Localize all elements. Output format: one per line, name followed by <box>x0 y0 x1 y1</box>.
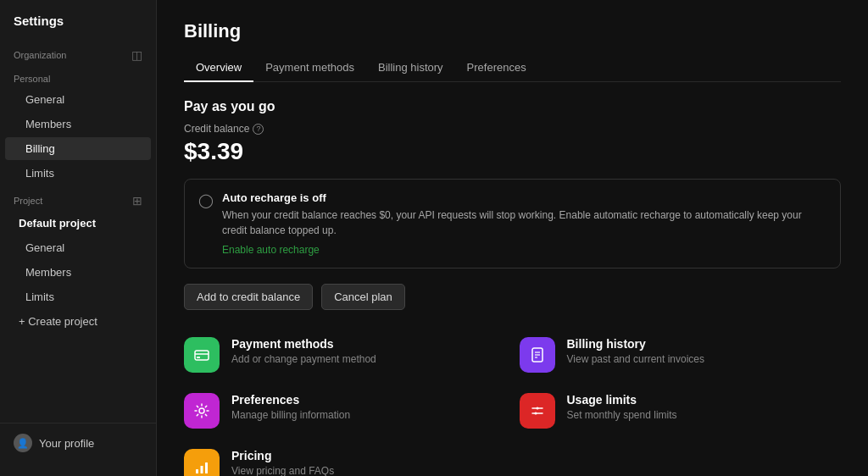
billing-history-desc: View past and current invoices <box>567 353 705 365</box>
page-title: Billing <box>184 20 841 42</box>
pricing-desc: View pricing and FAQs <box>231 465 334 476</box>
info-icon: ? <box>253 124 264 135</box>
sidebar: Settings Organization ◫ Personal General… <box>0 0 157 476</box>
usage-limits-title: Usage limits <box>567 393 677 407</box>
payment-methods-title: Payment methods <box>231 337 376 351</box>
preferences-title: Preferences <box>231 393 350 407</box>
sidebar-item-members-personal[interactable]: Members <box>5 113 151 136</box>
organization-label: Organization <box>14 50 66 60</box>
project-icon: ⊞ <box>132 194 142 208</box>
sidebar-item-general-project[interactable]: General <box>5 236 151 259</box>
action-buttons: Add to credit balance Cancel plan <box>184 284 841 310</box>
organization-icon: ◫ <box>131 48 142 62</box>
section-title: Pay as you go <box>184 99 841 114</box>
tab-billing-history[interactable]: Billing history <box>366 54 455 82</box>
sidebar-item-members-project[interactable]: Members <box>5 261 151 284</box>
tab-bar: Overview Payment methods Billing history… <box>184 54 841 82</box>
sidebar-item-billing[interactable]: Billing <box>5 137 151 160</box>
billing-history-icon <box>520 337 555 373</box>
preferences-icon <box>184 393 220 429</box>
sidebar-item-limits-personal[interactable]: Limits <box>5 162 151 185</box>
alert-text: When your credit balance reaches $0, you… <box>222 208 826 238</box>
tab-preferences[interactable]: Preferences <box>455 54 538 82</box>
alert-icon: ◯ <box>198 192 214 208</box>
sidebar-item-general-personal[interactable]: General <box>5 88 151 111</box>
pricing-text: Pricing View pricing and FAQs <box>231 449 334 476</box>
main-content: Billing Overview Payment methods Billing… <box>157 0 868 476</box>
tab-overview[interactable]: Overview <box>184 54 253 82</box>
sidebar-item-limits-project[interactable]: Limits <box>5 285 151 308</box>
card-payment-methods[interactable]: Payment methods Add or change payment me… <box>184 334 506 376</box>
create-project-button[interactable]: + Create project <box>5 310 151 333</box>
credit-amount: $3.39 <box>184 138 841 165</box>
usage-limits-desc: Set monthly spend limits <box>567 409 677 421</box>
payment-methods-text: Payment methods Add or change payment me… <box>231 337 376 365</box>
avatar: 👤 <box>14 434 32 452</box>
alert-box: ◯ Auto recharge is off When your credit … <box>184 179 841 268</box>
sidebar-title: Settings <box>0 14 156 40</box>
payment-methods-icon <box>184 337 220 373</box>
svg-rect-0 <box>195 351 209 360</box>
svg-rect-2 <box>197 357 200 358</box>
project-label: Project <box>14 196 42 206</box>
card-preferences[interactable]: Preferences Manage billing information <box>184 390 506 432</box>
enable-auto-recharge-link[interactable]: Enable auto recharge <box>222 244 320 256</box>
preferences-text: Preferences Manage billing information <box>231 393 350 421</box>
svg-point-7 <box>199 408 204 413</box>
usage-limits-icon <box>520 393 555 429</box>
svg-point-13 <box>534 412 537 415</box>
profile-label: Your profile <box>39 437 94 450</box>
cancel-plan-button[interactable]: Cancel plan <box>321 284 405 310</box>
preferences-desc: Manage billing information <box>231 409 350 421</box>
cards-grid: Payment methods Add or change payment me… <box>184 334 841 476</box>
personal-section: Personal <box>0 65 156 87</box>
organization-section: Organization ◫ <box>0 40 156 65</box>
add-credit-button[interactable]: Add to credit balance <box>184 284 313 310</box>
alert-content: Auto recharge is off When your credit ba… <box>222 191 826 256</box>
card-pricing[interactable]: Pricing View pricing and FAQs <box>184 446 506 476</box>
card-usage-limits[interactable]: Usage limits Set monthly spend limits <box>520 390 842 432</box>
svg-rect-15 <box>201 466 203 473</box>
tab-payment-methods[interactable]: Payment methods <box>253 54 366 82</box>
usage-limits-text: Usage limits Set monthly spend limits <box>567 393 677 421</box>
billing-history-title: Billing history <box>567 337 705 351</box>
billing-history-text: Billing history View past and current in… <box>567 337 705 365</box>
svg-point-10 <box>536 407 538 410</box>
sidebar-default-project[interactable]: Default project <box>5 212 151 235</box>
svg-rect-16 <box>205 462 208 473</box>
alert-title: Auto recharge is off <box>222 191 826 204</box>
card-billing-history[interactable]: Billing history View past and current in… <box>520 334 842 376</box>
svg-rect-14 <box>196 469 198 473</box>
personal-label: Personal <box>14 74 50 84</box>
pricing-title: Pricing <box>231 449 334 462</box>
pricing-icon <box>184 449 220 476</box>
project-section: Project ⊞ <box>0 185 156 211</box>
your-profile-link[interactable]: 👤 Your profile <box>0 423 156 462</box>
credit-label: Credit balance ? <box>184 123 841 135</box>
payment-methods-desc: Add or change payment method <box>231 353 376 365</box>
